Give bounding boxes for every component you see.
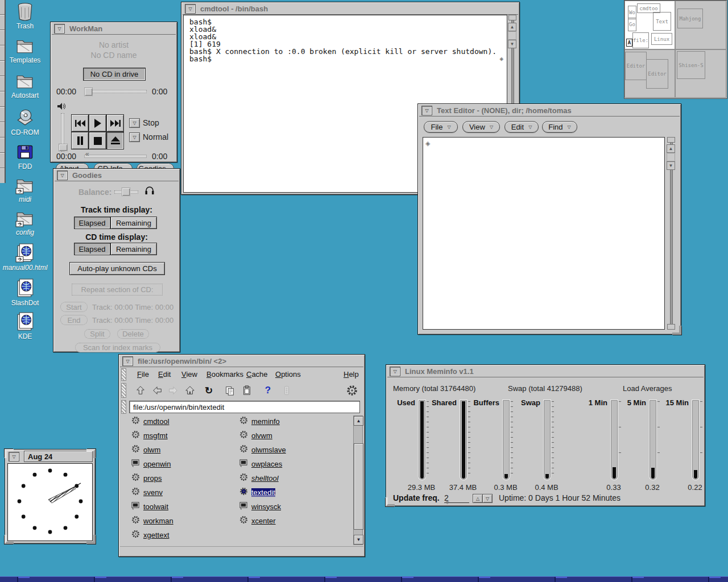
pager-window-go[interactable]: Go [628, 18, 636, 31]
taskbar-segment[interactable] [94, 577, 95, 582]
pager-window-a[interactable]: A [626, 39, 632, 47]
scroll-thumb[interactable] [354, 443, 363, 530]
scroll-down-icon[interactable]: ▼ [667, 161, 675, 170]
file-item-owplaces[interactable]: owplaces [239, 459, 282, 469]
pager-window-shisens[interactable]: Shisen-S [677, 51, 705, 79]
menu-help[interactable]: Help [344, 370, 359, 379]
file-item-openwin[interactable]: openwin [131, 459, 171, 469]
resize-corner[interactable] [86, 449, 96, 458]
taskbar-segment[interactable] [17, 577, 18, 582]
volume-slider-thumb[interactable] [59, 144, 68, 151]
file-item-msgfmt[interactable]: msgfmt [131, 430, 168, 440]
desktop-icon-kde[interactable]: KDE [0, 312, 50, 340]
cd-elapsed-toggle[interactable]: Elapsed [74, 243, 110, 255]
virtual-desktop-pager[interactable]: WocmdtooTextGofile:LinuxAMahjongEditorEd… [624, 0, 727, 99]
taskbar-segment[interactable] [555, 577, 556, 582]
find-menu-button[interactable]: Find▽ [542, 121, 577, 133]
toolbar-drag-handle[interactable] [121, 400, 126, 414]
desktop-icon-autostart[interactable]: Autostart [0, 71, 50, 99]
scroll-down-icon[interactable]: ▼ [508, 40, 516, 48]
repeat-start-button[interactable]: Start [60, 302, 88, 312]
track-elapsed-toggle[interactable]: Elapsed [74, 217, 110, 229]
view-menu-button[interactable]: View▽ [462, 121, 500, 133]
file-item-xgettext[interactable]: xgettext [131, 530, 169, 540]
window-close-icon[interactable]: ▽ [185, 4, 196, 14]
desktop-icon-slashdot[interactable]: SlashDot [0, 278, 50, 307]
playorder-menu-button[interactable]: ▽ [129, 132, 140, 142]
pager-window-mahjong[interactable]: Mahjong [677, 9, 703, 28]
clock-titlebar[interactable]: ▽ Aug 24 [6, 451, 94, 462]
scroll-down-icon[interactable]: ▼ [354, 535, 363, 544]
cd-position-slider[interactable] [84, 155, 147, 158]
drive-status-button[interactable]: No CD in drive [83, 68, 146, 81]
edit-menu-button[interactable]: Edit▽ [504, 121, 539, 133]
taskbar-segment[interactable] [324, 577, 325, 582]
window-close-icon[interactable]: ▽ [54, 24, 65, 34]
scroll-up-icon[interactable]: ▲ [508, 23, 516, 31]
taskbar-segment[interactable] [708, 577, 709, 582]
window-close-icon[interactable]: ▽ [122, 356, 133, 366]
spin-down-icon[interactable]: ▽ [482, 494, 493, 503]
stop-button[interactable] [89, 132, 106, 149]
repeat-section-button[interactable]: Repeat section of CD: [72, 284, 163, 296]
split-button[interactable]: Split [84, 329, 110, 339]
prev-track-button[interactable] [71, 114, 89, 132]
menu-cache[interactable]: Cache [246, 370, 268, 379]
file-item-olwmslave[interactable]: olwmslave [239, 444, 286, 455]
desktop-icon-manual00-html[interactable]: manual00.html [0, 243, 50, 272]
menu-bookmarks[interactable]: Bookmarks [206, 370, 243, 379]
file-item-meminfo[interactable]: meminfo [239, 416, 280, 426]
menu-file[interactable]: File [137, 370, 149, 379]
stop-icon[interactable] [280, 384, 293, 397]
taskbar-edge[interactable] [0, 576, 728, 582]
pager-window-linux[interactable]: Linux [651, 33, 672, 45]
scroll-drag-box[interactable] [508, 31, 516, 40]
taskbar-segment[interactable] [171, 577, 172, 582]
paste-icon[interactable] [240, 384, 254, 397]
file-item-cmdtool[interactable]: cmdtool [131, 416, 169, 426]
track-slider-thumb[interactable] [84, 88, 93, 96]
scroll-up-icon[interactable]: ▲ [667, 144, 675, 153]
window-close-icon[interactable]: ▽ [57, 171, 68, 180]
desktop-icon-templates[interactable]: Templates [0, 36, 50, 64]
desktop-icon-config[interactable]: config [0, 208, 50, 236]
cd-remaining-toggle[interactable]: Remaining [110, 243, 157, 255]
balance-thumb[interactable] [122, 188, 130, 196]
goodies-titlebar[interactable]: ▽ Goodies [55, 170, 179, 181]
pager-desk-2[interactable]: Mahjong [675, 1, 726, 49]
editor-scrollbar[interactable]: ▲ ▼ [666, 137, 676, 330]
workman-titlebar[interactable]: ▽ WorkMan [52, 23, 176, 35]
pager-desk-4[interactable]: Shisen-S [675, 49, 726, 98]
resize-corner[interactable] [5, 449, 14, 458]
desktop-icon-fdd[interactable]: FDD [0, 142, 50, 171]
resize-corner[interactable] [5, 535, 14, 544]
scroll-up-icon[interactable]: ▲ [354, 416, 363, 426]
menu-edit[interactable]: Edit [158, 370, 171, 379]
file-item-winsysck[interactable]: winsysck [239, 501, 281, 512]
scan-index-button[interactable]: Scan for index marks [75, 343, 160, 352]
desktop-icon-midi[interactable]: midi [0, 175, 50, 203]
pager-window-editor[interactable]: Editor [625, 52, 647, 80]
resize-corner[interactable] [86, 535, 96, 544]
file-item-olvwm[interactable]: olvwm [239, 430, 272, 440]
file-item-props[interactable]: props [131, 473, 162, 483]
meminfo-titlebar[interactable]: ▽ Linux Meminfo v1.1 [387, 366, 704, 377]
up-icon[interactable] [134, 384, 147, 397]
cmdtool-titlebar[interactable]: ▽ cmdtool - /bin/bash [183, 3, 518, 15]
play-button[interactable] [89, 114, 106, 132]
copy-icon[interactable] [223, 384, 237, 397]
toolbar-drag-handle[interactable] [121, 368, 126, 381]
file-item-svenv[interactable]: svenv [131, 487, 163, 497]
editor-text-area[interactable]: ◈ [423, 137, 665, 330]
listing-scrollbar[interactable]: ▲ ▼ [353, 415, 363, 545]
url-input[interactable]: file:/usr/openwin/bin/textedit [129, 401, 360, 413]
desktop-icon-trash[interactable]: Trash [0, 2, 50, 30]
playmode-menu-button[interactable]: ▽ [129, 118, 140, 128]
file-item-textedit[interactable]: textedit [239, 487, 275, 497]
track-position-slider[interactable] [84, 90, 147, 93]
back-icon[interactable] [151, 384, 164, 397]
file-item-shelltool[interactable]: shelltool [239, 473, 279, 483]
scroll-drag-box[interactable] [667, 153, 675, 161]
spin-up-icon[interactable]: △ [473, 494, 483, 503]
pager-desk-3[interactable]: EditorEditor [624, 49, 675, 98]
